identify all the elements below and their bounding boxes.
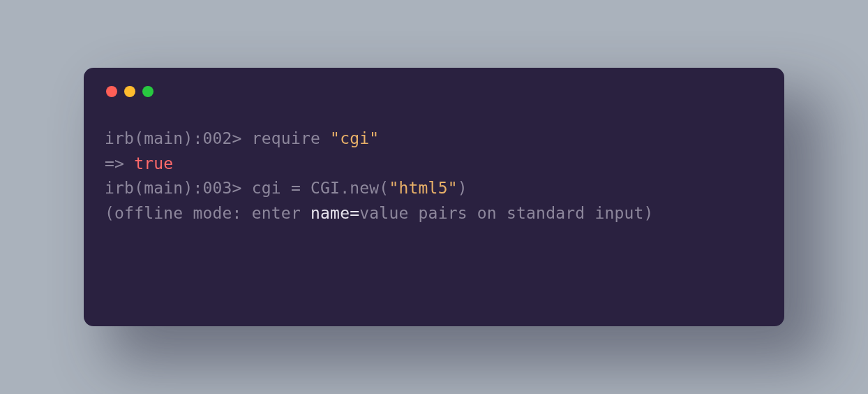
code-token: ) xyxy=(458,179,467,197)
window-controls xyxy=(106,86,763,97)
code-line: (offline mode: enter name=value pairs on… xyxy=(105,204,654,222)
boolean-literal: true xyxy=(134,154,173,173)
irb-prompt: irb(main):003> xyxy=(105,179,252,197)
output-highlight: name= xyxy=(310,204,359,222)
close-icon[interactable] xyxy=(106,86,117,97)
terminal-window: irb(main):002> require "cgi" => true irb… xyxy=(84,68,784,326)
code-token: require xyxy=(252,129,330,147)
string-literal: "cgi" xyxy=(330,129,379,147)
string-literal: "html5" xyxy=(389,179,457,197)
code-token: cgi = CGI.new( xyxy=(252,179,389,197)
output-text: value pairs on standard input) xyxy=(359,204,653,222)
code-line: irb(main):003> cgi = CGI.new("html5") xyxy=(105,179,467,197)
maximize-icon[interactable] xyxy=(142,86,154,97)
minimize-icon[interactable] xyxy=(124,86,135,97)
output-text: (offline mode: enter xyxy=(105,204,310,222)
code-line: irb(main):002> require "cgi" xyxy=(105,129,379,147)
terminal-output[interactable]: irb(main):002> require "cgi" => true irb… xyxy=(105,126,763,226)
irb-prompt: irb(main):002> xyxy=(105,129,252,147)
result-arrow: => xyxy=(105,154,134,173)
code-line: => true xyxy=(105,154,173,173)
